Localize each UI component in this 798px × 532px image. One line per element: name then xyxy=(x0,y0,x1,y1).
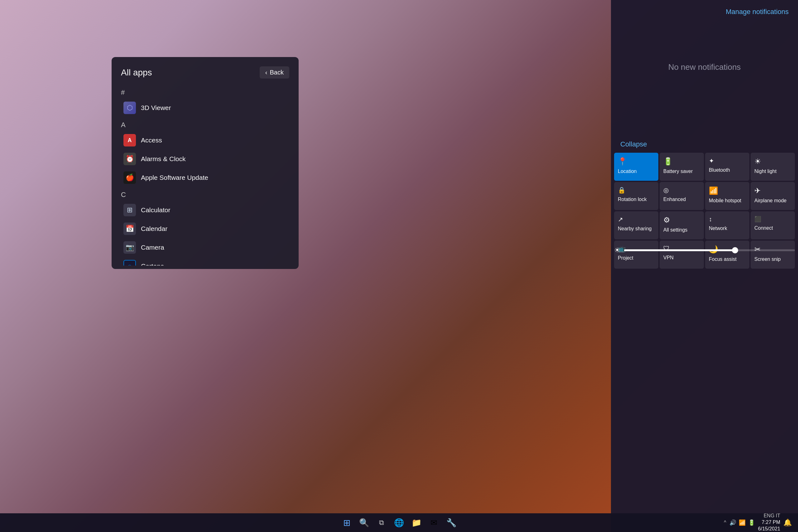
search-icon: 🔍 xyxy=(359,518,369,528)
tile-vpn-label: VPN xyxy=(663,254,673,261)
notification-bell-icon[interactable]: 🔔 xyxy=(783,519,792,527)
back-button[interactable]: ‹ Back xyxy=(260,66,289,78)
tile-mobile-hotspot[interactable]: 📶 Mobile hotspot xyxy=(705,182,749,210)
system-clock[interactable]: 7:27 PM 6/15/2021 xyxy=(758,519,780,532)
tile-focus-assist-label: Focus assist xyxy=(709,256,737,262)
app-icon-cortana: ○ xyxy=(124,260,136,266)
tile-location[interactable]: 📍 Location xyxy=(614,153,658,181)
app-item-cortana[interactable]: ○ Cortana xyxy=(121,257,289,266)
tile-nearby-sharing-label: Nearby sharing xyxy=(618,226,652,231)
collapse-button[interactable]: Collapse xyxy=(620,140,647,148)
app-name-access: Access xyxy=(141,136,162,144)
app-icon-alarms: ⏰ xyxy=(124,153,136,165)
taskbar-explorer-button[interactable]: 📁 xyxy=(408,515,424,531)
tile-network-label: Network xyxy=(709,225,727,231)
network-tray-icon[interactable]: 📶 xyxy=(739,519,746,526)
language-indicator: ENG IT xyxy=(764,513,780,519)
section-header-c: C xyxy=(121,187,289,201)
app-icon-apple: 🍎 xyxy=(124,171,136,184)
tile-airplane-mode[interactable]: ✈ Airplane mode xyxy=(750,182,795,210)
app-item-alarms[interactable]: ⏰ Alarms & Clock xyxy=(121,150,289,168)
taskbar-search-button[interactable]: 🔍 xyxy=(356,515,372,531)
taskview-icon: ⧉ xyxy=(379,519,384,527)
app-item-access[interactable]: A Access xyxy=(121,131,289,150)
app-name-apple: Apple Software Update xyxy=(141,174,208,182)
battery-tray-icon[interactable]: 🔋 xyxy=(748,519,755,526)
app-icon-calendar: 📅 xyxy=(124,223,136,235)
tile-connect-label: Connect xyxy=(754,225,773,231)
brightness-slider[interactable] xyxy=(624,249,795,251)
nearby-sharing-icon: ↗ xyxy=(618,216,623,223)
brightness-thumb[interactable] xyxy=(732,247,738,253)
taskbar: ⊞ 🔍 ⧉ 🌐 📁 ✉ 🔧 ^ 🔊 📶 🔋 ENG IT xyxy=(0,513,798,532)
taskbar-edge-button[interactable]: 🌐 xyxy=(391,515,407,531)
app-name-camera: Camera xyxy=(141,244,164,251)
tile-enhanced[interactable]: ◎ Enhanced xyxy=(660,182,704,210)
all-apps-title: All apps xyxy=(121,68,152,78)
tile-night-light[interactable]: ☀ Night light xyxy=(750,153,795,181)
edge-icon: 🌐 xyxy=(394,518,404,528)
taskbar-start-button[interactable]: ⊞ xyxy=(339,515,355,531)
volume-icon[interactable]: 🔊 xyxy=(729,519,736,526)
mail-icon: ✉ xyxy=(431,518,437,528)
app-name-alarms: Alarms & Clock xyxy=(141,155,186,163)
enhanced-icon: ◎ xyxy=(663,186,669,194)
app-item-apple[interactable]: 🍎 Apple Software Update xyxy=(121,168,289,187)
tile-bluetooth-label: Bluetooth xyxy=(709,167,730,173)
tile-location-label: Location xyxy=(618,168,637,174)
tile-project[interactable]: 📺 Project xyxy=(614,241,658,269)
tile-project-label: Project xyxy=(618,255,633,261)
app-name-calendar: Calendar xyxy=(141,225,167,232)
tile-rotation-lock[interactable]: 🔒 Rotation lock xyxy=(614,182,658,210)
sys-tray-icons: 🔊 📶 🔋 xyxy=(729,519,755,526)
apps-list: # ⬡ 3D Viewer A A Access ⏰ Alarms & Cloc… xyxy=(112,85,299,266)
app-name-calculator: Calculator xyxy=(141,206,171,214)
all-settings-icon: ⚙ xyxy=(663,216,670,224)
app-icon-3d-viewer: ⬡ xyxy=(124,101,136,114)
rotation-lock-icon: 🔒 xyxy=(618,186,626,194)
app-item-3d-viewer[interactable]: ⬡ 3D Viewer xyxy=(121,98,289,117)
back-label: Back xyxy=(270,69,284,76)
taskbar-center-items: ⊞ 🔍 ⧉ 🌐 📁 ✉ 🔧 xyxy=(339,515,459,531)
brightness-icon: ☀ xyxy=(614,246,620,254)
app-item-camera[interactable]: 📷 Camera xyxy=(121,238,289,257)
tile-network[interactable]: ↕ Network xyxy=(705,211,749,239)
airplane-mode-icon: ✈ xyxy=(754,186,761,195)
date-text: 6/15/2021 xyxy=(758,526,780,532)
taskbar-system-tray: ^ 🔊 📶 🔋 ENG IT 7:27 PM 6/15/2021 🔔 xyxy=(724,513,792,532)
section-header-hash: # xyxy=(121,85,289,98)
tile-focus-assist[interactable]: 🌙 Focus assist xyxy=(705,241,749,269)
notification-panel: Manage notifications No new notification… xyxy=(611,0,798,532)
app-icon-access: A xyxy=(124,134,136,147)
tile-bluetooth[interactable]: ✦ Bluetooth xyxy=(705,153,749,181)
battery-saver-icon: 🔋 xyxy=(663,157,673,166)
section-header-a: A xyxy=(121,117,289,131)
network-icon: ↕ xyxy=(709,216,712,223)
windows-logo-icon: ⊞ xyxy=(343,518,350,528)
app-item-calendar[interactable]: 📅 Calendar xyxy=(121,220,289,238)
app-item-calculator[interactable]: ⊞ Calculator xyxy=(121,201,289,220)
tile-connect[interactable]: ⬛ Connect xyxy=(750,211,795,239)
app1-icon: 🔧 xyxy=(446,518,456,528)
manage-notifications-link[interactable]: Manage notifications xyxy=(726,8,788,16)
taskbar-app1-button[interactable]: 🔧 xyxy=(443,515,459,531)
start-menu-header: All apps ‹ Back xyxy=(112,57,299,85)
brightness-control: ☀ xyxy=(614,246,795,254)
taskbar-mail-button[interactable]: ✉ xyxy=(426,515,442,531)
tile-screen-snip[interactable]: ✂ Screen snip xyxy=(750,241,795,269)
back-chevron-icon: ‹ xyxy=(265,69,267,76)
tile-nearby-sharing[interactable]: ↗ Nearby sharing xyxy=(614,211,658,239)
tile-mobile-hotspot-label: Mobile hotspot xyxy=(709,197,741,204)
tile-enhanced-label: Enhanced xyxy=(663,196,686,202)
taskbar-taskview-button[interactable]: ⧉ xyxy=(374,515,390,531)
start-menu-panel: All apps ‹ Back # ⬡ 3D Viewer A A Access… xyxy=(112,57,299,269)
sys-tray-chevron[interactable]: ^ xyxy=(724,520,726,526)
tile-all-settings[interactable]: ⚙ All settings xyxy=(660,211,704,239)
tile-screen-snip-label: Screen snip xyxy=(754,256,781,262)
no-notifications-text: No new notifications xyxy=(611,62,798,72)
app-name-3d-viewer: 3D Viewer xyxy=(141,104,171,112)
tile-battery-saver[interactable]: 🔋 Battery saver xyxy=(660,153,704,181)
tile-vpn[interactable]: 🛡 VPN xyxy=(660,241,704,269)
night-light-icon: ☀ xyxy=(754,157,761,166)
app-icon-calculator: ⊞ xyxy=(124,204,136,216)
